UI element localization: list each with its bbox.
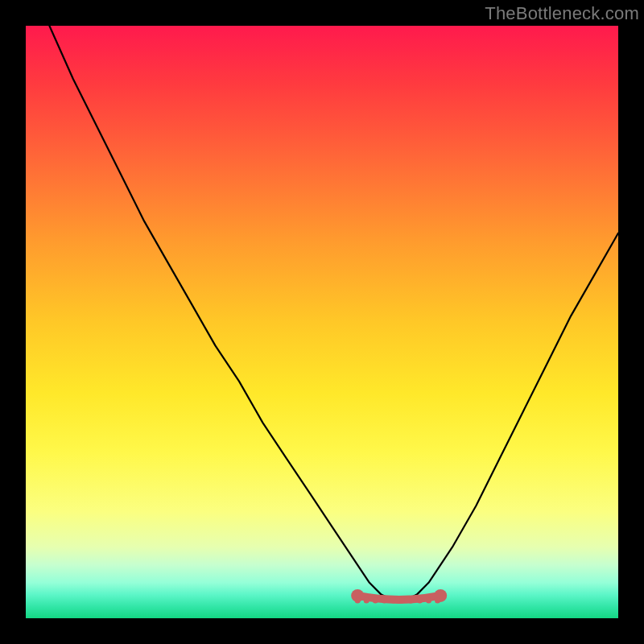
chart-frame: TheBottleneck.com	[0, 0, 644, 644]
watermark-text: TheBottleneck.com	[485, 3, 639, 24]
plot-area	[26, 26, 618, 618]
gradient-background	[26, 26, 618, 618]
